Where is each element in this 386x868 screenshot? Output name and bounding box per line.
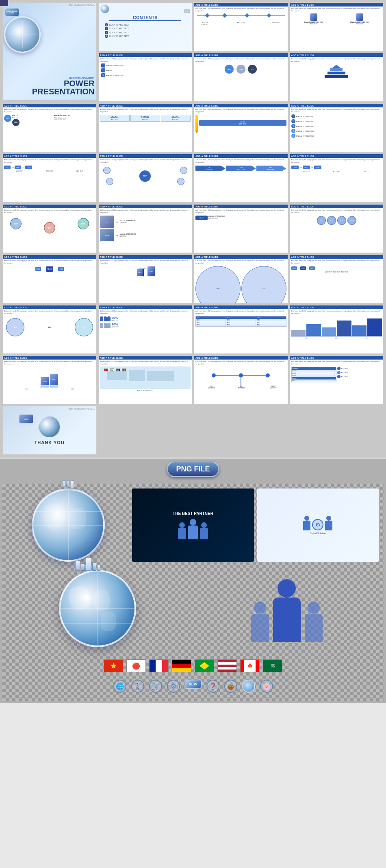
main-container: Start your business ASADAL LOGO INSERT L…	[0, 0, 386, 703]
thankyou-globe	[38, 416, 61, 438]
slide-title-17: ADD A TITLE SLIDE	[99, 205, 192, 208]
flag-canada: 🍁	[240, 659, 260, 672]
icon-globe2	[242, 680, 255, 693]
slide-arrows[interactable]: ADD A TITLE SLIDE Add more than 1,000 pa…	[2, 154, 97, 203]
slide-title-24: ADD A TITLE SLIDE	[3, 305, 96, 309]
thankyou-text: THANK YOU	[35, 440, 65, 445]
slide-columns[interactable]: ADD A TITLE SLIDE Add more than 1,000 pa…	[290, 2, 384, 51]
slide-title-6: ADD A TITLE SLIDE	[194, 53, 288, 57]
slide-title-4: ADD A TITLE SLIDE	[290, 3, 384, 7]
globe2-icon	[242, 680, 255, 693]
icon-new: NEW	[185, 680, 202, 693]
slide-venn5[interactable]: ADD A TITLE SLIDE Add more than 1,000 pa…	[98, 154, 193, 203]
slide-title-16: ADD A TITLE SLIDE	[3, 205, 96, 208]
slide-title-18: ADD A TITLE SLIDE	[194, 205, 288, 208]
icon-help: ❓	[206, 680, 219, 693]
png-flags-area: ⭐ 🔴	[7, 659, 379, 672]
slide-blue-box[interactable]: ADD A TITLE SLIDE Add more than 1,000 pa…	[194, 204, 288, 253]
slide-timeline-steps[interactable]: ADD A TITLE SLIDE Add more than 1,000 pa…	[194, 355, 288, 404]
icon-col2	[356, 13, 363, 21]
png-globe-buildings: asadal.com asadal	[7, 566, 191, 655]
slide-arrow-steps[interactable]: ADD A TITLE SLIDE Add more than 1,000 pa…	[194, 154, 288, 203]
hero-title2: PRESENTATION	[32, 87, 95, 96]
slide-bar-chart[interactable]: ADD A TITLE SLIDE Add more than 1,000 pa…	[290, 305, 384, 354]
png-globe-item	[7, 489, 129, 562]
icon-person: 🚶	[131, 680, 144, 693]
flag-china: ⭐	[104, 659, 123, 672]
person-icon: 🚶	[131, 680, 144, 693]
slide-globe-icons[interactable]: ADD A TITLE SLIDE Add more than 1,000 pa…	[290, 355, 384, 404]
slide-3d-boxes[interactable]: ADD A TITLE SLIDE Add more than 1,000 pa…	[98, 255, 193, 303]
contents-items: 1CLICK TO ADD TEXT 2CLICK TO ADD TEXT 3C…	[105, 22, 186, 39]
slide-venn2[interactable]: ADD A TITLE SLIDE Add more than 1,000 pa…	[2, 305, 97, 354]
slide-venn-overlap[interactable]: ADD A TITLE SLIDE Add more than 1,000 pa…	[2, 204, 97, 253]
hero-slide[interactable]: Start your business ASADAL LOGO INSERT L…	[2, 2, 97, 100]
slide-people-stats[interactable]: ADD A TITLE SLIDE Add more than 1,000 pa…	[98, 305, 193, 354]
icon-cart: 🛒	[149, 680, 162, 693]
png-icons-area: 🌐 🚶 🛒 ⚙ NEW	[7, 676, 379, 696]
slide-title-30: ADD A TITLE SLIDE	[194, 356, 288, 360]
slide-title-26: ADD A TITLE SLIDE	[194, 305, 288, 309]
new-badge-icon: NEW	[185, 680, 202, 689]
hero-globe	[4, 16, 41, 53]
slide-title-10: ADD A TITLE SLIDE	[194, 104, 288, 107]
slide-title-15: ADD A TITLE SLIDE	[290, 154, 384, 158]
png-label: PNG FILE	[167, 461, 219, 477]
png-puzzle-item: ⚙ Digital Solution	[257, 489, 379, 562]
help-icon: ❓	[206, 680, 219, 693]
slide-title-14: ADD A TITLE SLIDE	[194, 154, 288, 158]
slide-box-flow[interactable]: ADD A TITLE SLIDE Add more than 1,000 pa…	[290, 154, 384, 203]
slide-3cols[interactable]: ADD A TITLE SLIDE Add more than 1,000 pa…	[98, 103, 193, 152]
slide-pencil[interactable]: ADD A TITLE SLIDE Add more than 1,000 pa…	[194, 103, 288, 152]
png-human-figure	[195, 566, 379, 655]
slide-box-chain[interactable]: ADD A TITLE SLIDE Add more than 1,000 pa…	[290, 255, 384, 303]
slide-circles-grid[interactable]: ADD A TITLE SLIDE Add more than 1,000 pa…	[194, 255, 288, 303]
slide-connected-boxes[interactable]: ADD A TITLE SLIDE Add more than 1,000 pa…	[2, 255, 97, 303]
contents-slide[interactable]: CONTENTS 1CLICK TO ADD TEXT 2CLICK TO AD…	[98, 2, 193, 51]
slide-title-28: ADD A TITLE SLIDE	[3, 356, 96, 360]
slide-photos-arrow[interactable]: ADD A TITLE SLIDE Add more than 1,000 pa…	[98, 204, 193, 253]
thankyou-logo: LOGO	[19, 414, 33, 423]
slide-venn-tri[interactable]: ADD A TITLE SLIDE Add more than 1,000 pa…	[290, 204, 384, 253]
slide-title-13: ADD A TITLE SLIDE	[99, 154, 192, 158]
slide-title-27: ADD A TITLE SLIDE	[290, 305, 384, 309]
icon-gear: ⚙	[167, 680, 180, 693]
flower-icon: 🌸	[260, 680, 273, 693]
png-content-area: THE BEST PARTNER	[2, 484, 384, 701]
slide-pyramid[interactable]: ADD A TITLE SLIDE Add more than 1,000 pa…	[290, 53, 384, 102]
slide-title-11: ADD A TITLE SLIDE	[290, 104, 384, 107]
contents-globe	[100, 4, 109, 13]
slide-timeline[interactable]: ADD A TITLE SLIDE Add more than 1,000 pa…	[194, 2, 288, 51]
slide-circles-flow[interactable]: ADD A TITLE SLIDE Add more than 1,000 pa…	[194, 53, 288, 102]
globe-xl	[59, 570, 136, 647]
icon-flower: 🌸	[260, 680, 273, 693]
slides-grid: Start your business ASADAL LOGO INSERT L…	[2, 2, 384, 455]
flag-brazil	[195, 659, 214, 672]
slides-section: Start your business ASADAL LOGO INSERT L…	[0, 0, 386, 457]
slide-text-cols[interactable]: ADD A TITLE SLIDE Add more than 1,000 pa…	[2, 103, 97, 152]
slide-title-9: ADD A TITLE SLIDE	[99, 104, 192, 107]
cart-icon: 🛒	[149, 680, 162, 693]
flag-korea: 🔴	[126, 659, 146, 672]
slide-content-3: Add more than 1,000 paragraph text here.…	[194, 7, 288, 51]
slide-flags-map[interactable]: ADD A TITLE SLIDE Add more than 1,000 pa…	[98, 355, 193, 404]
slide-3d-bars[interactable]: ADD A TITLE SLIDE Add more than 1,000 pa…	[2, 355, 97, 404]
slide-numbered[interactable]: ADD A TITLE SLIDE Add more than 1,000 pa…	[98, 53, 193, 102]
slide-title-21: ADD A TITLE SLIDE	[99, 255, 192, 259]
slide-process[interactable]: ADD A TITLE SLIDE Add more than 1,000 pa…	[290, 103, 384, 152]
png-partner-item: THE BEST PARTNER	[132, 489, 254, 562]
logo-badge: LOGO INSERT LOGO	[5, 8, 19, 16]
gear-icon: ⚙	[167, 680, 180, 693]
slide-title-8: ADD A TITLE SLIDE	[3, 104, 96, 107]
slide-title-19: ADD A TITLE SLIDE	[290, 205, 384, 208]
slide-title-7: ADD A TITLE SLIDE	[290, 53, 384, 57]
company-url: Start your business ASADAL	[3, 3, 96, 6]
contents-title: CONTENTS	[109, 15, 181, 21]
hero-title1: POWER	[32, 79, 95, 87]
slide-title-20: ADD A TITLE SLIDE	[3, 255, 96, 259]
globe-icon: 🌐	[113, 680, 126, 693]
flag-germany	[172, 659, 191, 672]
slide-table[interactable]: ADD A TITLE SLIDE Add more than 1,000 pa…	[194, 305, 288, 354]
bag-icon: 👜	[224, 680, 237, 693]
slide-thankyou[interactable]: Start your business ASADAL LOGO THANK YO…	[2, 406, 97, 455]
